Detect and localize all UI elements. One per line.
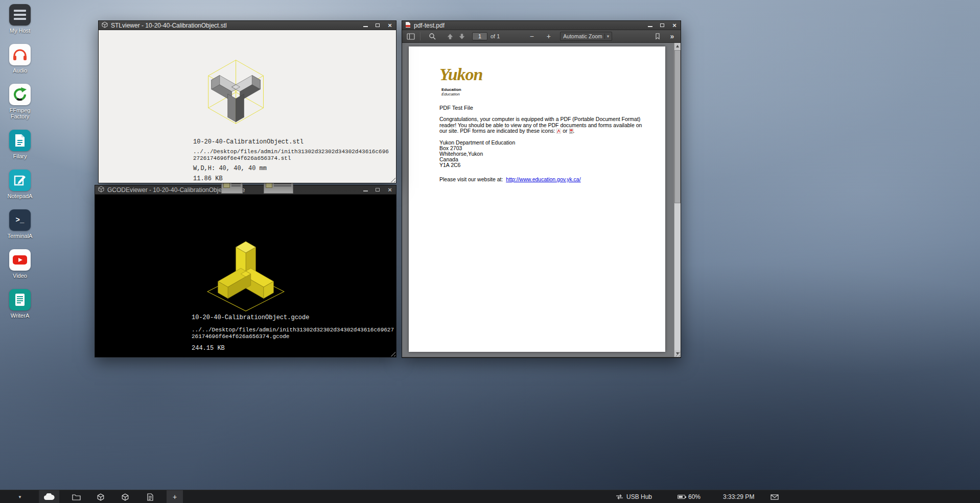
website-link[interactable]: http://www.education.gov.yk.ca/: [506, 176, 580, 182]
battery-tray-item[interactable]: 60%: [678, 490, 701, 503]
file-manager-icon: [9, 130, 31, 151]
host-icon: [9, 4, 31, 26]
desktop-icon-video[interactable]: Video: [9, 249, 31, 279]
bookmark-icon[interactable]: [652, 31, 663, 42]
desktop-icon-terminala[interactable]: >_ TerminalA: [8, 209, 33, 239]
mail-icon: [771, 494, 779, 500]
desktop-icon-label: NotepadA: [8, 193, 33, 199]
desktop-icon-filary[interactable]: Filary: [9, 130, 31, 159]
terminal-prompt-glyph: >_: [16, 216, 25, 224]
more-tools-button[interactable]: »: [667, 31, 678, 42]
zoom-out-button[interactable]: −: [526, 31, 537, 42]
gcode-viewport[interactable]: 10-20-40-CalibrationObject.gcode ../../D…: [95, 195, 396, 357]
gcode-filename: 10-20-40-CalibrationObject.gcode: [192, 314, 394, 321]
acrobat-icon: [556, 129, 561, 135]
stl-filename: 10-20-40-CalibrationObject.stl: [193, 138, 389, 146]
toolbar-separator: [420, 32, 421, 40]
video-player-icon: [9, 249, 31, 271]
clock[interactable]: 3:33:29 PM: [723, 490, 754, 503]
search-icon[interactable]: [427, 31, 437, 42]
yukon-logo-subtitle-fr: Éducation: [441, 92, 460, 97]
clock-label: 3:33:29 PM: [723, 493, 754, 500]
window-controls: ×: [647, 22, 678, 29]
cube-icon: [102, 21, 108, 30]
pdf-window: pdf-test.pdf × of 1 − + Automatic Zoom ▾: [402, 20, 681, 358]
minimize-button[interactable]: [647, 22, 653, 29]
stl-viewport[interactable]: 10-20-40-CalibrationObject.stl ../../Des…: [99, 30, 396, 183]
taskbar-menu-caret[interactable]: ▼: [14, 490, 26, 503]
taskbar-cloud-button[interactable]: [39, 490, 59, 503]
desktop-icon-writera[interactable]: WriterA: [9, 289, 31, 319]
zoom-in-button[interactable]: +: [543, 31, 554, 42]
folder-icon: [72, 493, 81, 500]
stl-dimensions: W,D,H: 40, 40, 40 mm: [193, 165, 389, 172]
pdf-file-icon: [405, 21, 411, 30]
cube-icon: [97, 493, 104, 501]
scroll-thumb[interactable]: [674, 50, 681, 203]
mail-tray-item[interactable]: [771, 490, 779, 503]
cloud-icon: [43, 493, 55, 500]
usb-hub-label: USB Hub: [626, 493, 652, 500]
chevron-down-icon: ▾: [604, 34, 610, 39]
taskbar-new-button[interactable]: +: [167, 490, 183, 503]
previous-page-button[interactable]: [445, 31, 455, 42]
writer-icon: [9, 289, 31, 310]
cube-icon: [98, 185, 104, 195]
gcodeviewer-window: GCODEviewer - 10-20-40-CalibrationObject…: [95, 185, 396, 357]
close-button[interactable]: ×: [387, 187, 393, 193]
pdf-toolbar: of 1 − + Automatic Zoom ▾ »: [402, 30, 681, 43]
maximize-button[interactable]: [375, 22, 381, 29]
gcode-filesize: 244.15 KB: [192, 345, 394, 352]
stl-file-info: 10-20-40-CalibrationObject.stl ../../Des…: [193, 138, 389, 182]
window-controls: ×: [362, 187, 393, 193]
maximize-button[interactable]: [659, 22, 665, 29]
pdf-titlebar[interactable]: pdf-test.pdf ×: [402, 21, 681, 30]
stl-titlebar[interactable]: STLviewer - 10-20-40-CalibrationObject.s…: [99, 21, 396, 30]
notepad-icon: [9, 170, 31, 191]
next-page-button[interactable]: [456, 31, 467, 42]
desktop-icon-my-host[interactable]: My Host: [9, 4, 31, 34]
close-button[interactable]: ×: [387, 22, 393, 29]
pdf-scrollbar[interactable]: [674, 43, 681, 357]
taskbar-item-file-manager[interactable]: [67, 490, 85, 503]
website-line: Please visit our website at:http://www.e…: [439, 176, 581, 182]
usb-hub-tray-item[interactable]: USB Hub: [616, 490, 652, 503]
battery-percent-label: 60%: [688, 493, 701, 500]
terminal-icon: >_: [9, 209, 31, 231]
document-icon: [147, 493, 153, 501]
gcode-titlebar[interactable]: GCODEviewer - 10-20-40-CalibrationObject…: [95, 185, 396, 195]
maximize-button[interactable]: [375, 187, 381, 193]
address-block: Yukon Department of Education Box 2703 W…: [439, 140, 515, 168]
battery-icon: [678, 495, 685, 499]
close-button[interactable]: ×: [671, 22, 678, 29]
gcode-3d-preview: [197, 224, 294, 324]
yukon-logo-subtitle-en: Education: [441, 87, 461, 92]
page-number-input[interactable]: [472, 32, 487, 40]
gcode-filepath: ../../Desktop/files/admin/inith31302d323…: [192, 327, 394, 340]
desktop-icon-notepada[interactable]: NotepadA: [8, 170, 33, 199]
taskbar-item-stlviewer[interactable]: [92, 490, 109, 503]
minimize-button[interactable]: [362, 22, 368, 29]
page-count-label: of 1: [491, 33, 500, 39]
sidebar-toggle-button[interactable]: [405, 31, 416, 42]
scroll-up-arrow[interactable]: [674, 43, 681, 50]
desktop-icon-ffmpeg-factory[interactable]: FFmpeg Factory: [5, 84, 35, 119]
pdf-content-area[interactable]: Yukon Education Éducation PDF Test File …: [402, 43, 681, 357]
zoom-level-dropdown[interactable]: Automatic Zoom ▾: [560, 32, 612, 41]
desktop-icons: My Host Audio FFmpeg Factory Fila: [4, 4, 36, 329]
stlviewer-window: STLviewer - 10-20-40-CalibrationObject.s…: [98, 20, 396, 183]
minimize-button[interactable]: [362, 187, 368, 193]
usb-icon: [616, 494, 623, 500]
desktop-icon-label: Filary: [13, 153, 27, 159]
desktop-icon-label: WriterA: [11, 313, 29, 319]
zoom-level-label: Automatic Zoom: [563, 33, 602, 39]
desktop-icon-label: Video: [13, 273, 27, 279]
pdf-page: Yukon Education Éducation PDF Test File …: [409, 46, 665, 352]
cube-icon: [122, 493, 129, 501]
taskbar-item-pdf-viewer[interactable]: [142, 490, 159, 503]
desktop-icon-audio[interactable]: Audio: [9, 44, 31, 74]
resize-grip[interactable]: [389, 176, 395, 182]
desktop-icon-label: FFmpeg Factory: [5, 107, 35, 119]
taskbar-item-gcodeviewer[interactable]: [116, 490, 134, 503]
stl-3d-preview: [193, 57, 279, 129]
